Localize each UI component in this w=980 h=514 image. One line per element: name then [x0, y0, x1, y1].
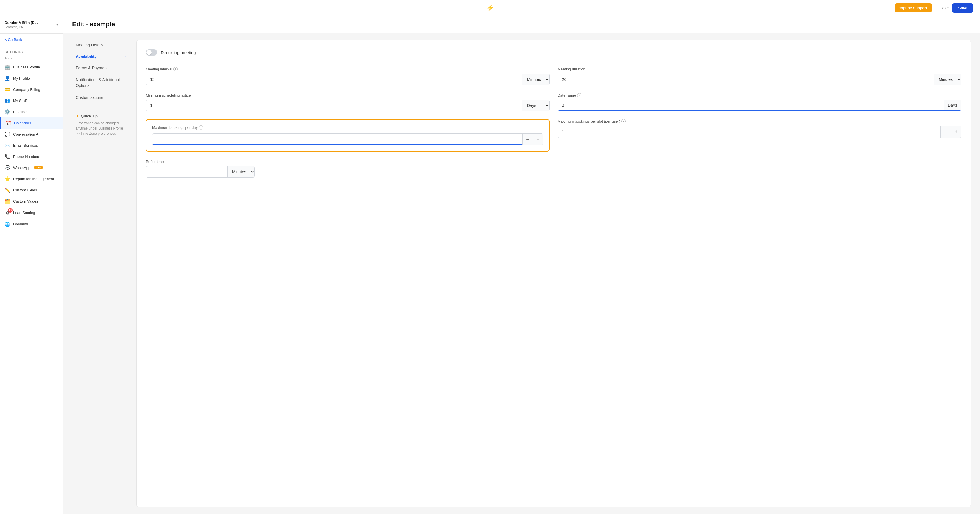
- sidebar: Dunder Mifflin [D... Scranton, PA ▾ < Go…: [0, 16, 63, 514]
- sidebar-item-label: Phone Numbers: [13, 154, 40, 159]
- sidebar-item-label: Company Billing: [13, 88, 40, 92]
- quick-tip-header: ☀ Quick Tip: [76, 114, 126, 118]
- page-title: Edit - example: [72, 21, 971, 28]
- sidebar-item-my-profile[interactable]: 👤 My Profile: [0, 73, 63, 84]
- workspace-name: Dunder Mifflin [D...: [5, 21, 38, 25]
- quick-tip: ☀ Quick Tip Time zones can be changed an…: [72, 111, 129, 140]
- workspace-selector[interactable]: Dunder Mifflin [D... Scranton, PA ▾: [0, 16, 63, 33]
- sidebar-item-label: Email Services: [13, 143, 38, 148]
- date-range-input-group: Days: [558, 100, 961, 111]
- sidebar-item-label: Calendars: [14, 121, 31, 125]
- recurring-meeting-label: Recurring meeting: [161, 50, 196, 55]
- main-content: Edit - example Meeting Details Availabil…: [63, 16, 980, 514]
- layout: Dunder Mifflin [D... Scranton, PA ▾ < Go…: [0, 16, 980, 514]
- sidebar-item-custom-values[interactable]: 🗂️ Custom Values: [0, 196, 63, 207]
- quick-tip-text: Time zones can be changed anytime under …: [76, 121, 126, 136]
- subnav-label: Meeting Details: [76, 43, 103, 47]
- sidebar-item-label: Custom Values: [13, 199, 38, 204]
- sidebar-item-my-staff[interactable]: 👥 My Staff: [0, 95, 63, 106]
- buffer-time-unit-select[interactable]: Minutes Hours: [227, 167, 255, 177]
- tip-icon: ☀: [76, 114, 79, 118]
- meeting-duration-input-group: Minutes Hours: [558, 74, 961, 85]
- sidebar-item-label: WhatsApp: [13, 165, 30, 170]
- meeting-duration-unit-select[interactable]: Minutes Hours: [934, 74, 961, 85]
- subnav-meeting-details[interactable]: Meeting Details: [72, 40, 129, 50]
- whatsapp-icon: 💬: [5, 165, 10, 170]
- sidebar-item-phone-numbers[interactable]: 📞 Phone Numbers: [0, 151, 63, 162]
- meeting-duration-input[interactable]: [558, 74, 934, 84]
- meeting-interval-input[interactable]: [146, 74, 522, 84]
- sidebar-item-label: My Profile: [13, 76, 30, 81]
- max-bookings-per-day-input[interactable]: [153, 134, 522, 145]
- buffer-time-label: Buffer time: [146, 159, 961, 164]
- support-button[interactable]: topline Support: [895, 3, 932, 12]
- topbar: ⚡ topline Support Close Save: [0, 0, 980, 16]
- subnav-customizations[interactable]: Customizations: [72, 92, 129, 103]
- domains-icon: 🌐: [5, 221, 10, 227]
- subnav-label: Notifications & Additional Options: [76, 77, 126, 88]
- go-back-link[interactable]: < Go Back: [0, 33, 63, 46]
- sidebar-item-label: My Staff: [13, 99, 27, 103]
- max-bookings-row: ➜ Maximum bookings per day i − +: [146, 119, 961, 151]
- save-button[interactable]: Save: [952, 3, 973, 13]
- sidebar-item-pipelines[interactable]: ⚙️ Pipelines: [0, 106, 63, 118]
- max-bookings-per-slot-increment[interactable]: +: [951, 126, 961, 137]
- subnav-availability[interactable]: Availability ›: [72, 51, 129, 62]
- min-scheduling-notice-input[interactable]: [146, 100, 522, 111]
- sidebar-item-label: Business Profile: [13, 65, 40, 69]
- sidebar-item-whatsapp[interactable]: 💬 WhatsApp beta: [0, 162, 63, 173]
- ai-icon: 💬: [5, 132, 10, 137]
- subnav-label: Customizations: [76, 95, 103, 100]
- close-button[interactable]: Close: [939, 6, 949, 10]
- custom-fields-icon: ✏️: [5, 188, 10, 193]
- sidebar-item-business-profile[interactable]: 🏢 Business Profile: [0, 62, 63, 73]
- sidebar-item-conversation-ai[interactable]: 💬 Conversation AI: [0, 129, 63, 140]
- meeting-interval-info-icon[interactable]: i: [173, 67, 178, 72]
- date-range-unit-label: Days: [943, 100, 961, 110]
- quick-tip-title: Quick Tip: [81, 114, 98, 118]
- content-area: Meeting Details Availability › Forms & P…: [63, 33, 980, 514]
- min-scheduling-notice-unit-select[interactable]: Days Hours Minutes: [522, 100, 549, 111]
- max-bookings-per-day-label: Maximum bookings per day i: [152, 126, 543, 130]
- max-bookings-per-day-increment[interactable]: +: [533, 134, 543, 145]
- sidebar-item-domains[interactable]: 🌐 Domains: [0, 219, 63, 230]
- sidebar-item-email-services[interactable]: ✉️ Email Services: [0, 140, 63, 151]
- date-range-label: Date range i: [558, 93, 961, 97]
- subnav-notifications[interactable]: Notifications & Additional Options: [72, 74, 129, 91]
- recurring-meeting-toggle[interactable]: [146, 49, 158, 56]
- meeting-interval-label: Meeting interval i: [146, 67, 550, 72]
- sidebar-item-label: Conversation AI: [13, 132, 40, 136]
- meeting-interval-group: Meeting interval i Minutes Hours: [146, 67, 550, 85]
- form-panel: Recurring meeting Meeting interval i Min…: [137, 40, 971, 507]
- meeting-duration-group: Meeting duration Minutes Hours: [558, 67, 961, 85]
- min-scheduling-notice-label: Minimum scheduling notice: [146, 93, 550, 97]
- sidebar-item-custom-fields[interactable]: ✏️ Custom Fields: [0, 185, 63, 196]
- workspace-sub: Scranton, PA: [5, 25, 38, 29]
- date-range-input[interactable]: [558, 100, 943, 110]
- meeting-interval-unit-select[interactable]: Minutes Hours: [522, 74, 549, 85]
- max-bookings-per-slot-info-icon[interactable]: i: [621, 119, 625, 124]
- max-bookings-per-day-stepper: − +: [152, 133, 543, 145]
- max-bookings-per-day-info-icon[interactable]: i: [199, 126, 203, 130]
- max-bookings-per-day-decrement[interactable]: −: [522, 134, 533, 145]
- buffer-time-input[interactable]: [146, 167, 227, 177]
- date-range-info-icon[interactable]: i: [577, 93, 581, 97]
- max-bookings-per-slot-input[interactable]: [558, 127, 940, 137]
- sub-navigation: Meeting Details Availability › Forms & P…: [72, 40, 129, 507]
- date-range-group: Date range i Days: [558, 93, 961, 111]
- sidebar-item-reputation-management[interactable]: ⭐ Reputation Management: [0, 173, 63, 185]
- sidebar-item-label: Domains: [13, 222, 28, 226]
- sidebar-item-calendars[interactable]: 📅 Calendars: [0, 118, 63, 129]
- sidebar-item-lead-scoring[interactable]: g 79 Lead Scoring: [0, 207, 63, 219]
- max-bookings-per-day-group: Maximum bookings per day i − +: [146, 119, 550, 151]
- sidebar-item-company-billing[interactable]: 💳 Company Billing: [0, 84, 63, 95]
- max-bookings-per-slot-stepper: − +: [558, 126, 961, 138]
- max-bookings-per-slot-decrement[interactable]: −: [940, 126, 951, 137]
- subnav-forms-payment[interactable]: Forms & Payment: [72, 63, 129, 73]
- reputation-icon: ⭐: [5, 176, 10, 181]
- user-icon: 👤: [5, 76, 10, 81]
- custom-values-icon: 🗂️: [5, 199, 10, 204]
- billing-icon: 💳: [5, 87, 10, 92]
- buffer-time-input-group: Minutes Hours: [146, 166, 255, 178]
- sidebar-item-label: Reputation Management: [13, 177, 54, 181]
